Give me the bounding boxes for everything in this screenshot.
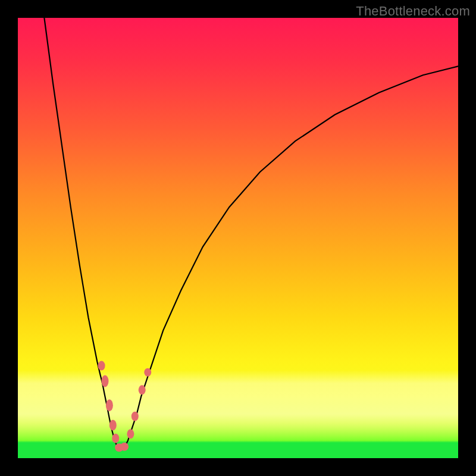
data-marker xyxy=(112,434,119,443)
data-marker xyxy=(127,429,134,439)
plot-area xyxy=(18,18,458,458)
right-branch-curve xyxy=(124,66,458,449)
curve-layer xyxy=(18,18,458,458)
data-marker xyxy=(102,375,109,387)
data-marker xyxy=(144,368,151,377)
watermark-text: TheBottleneck.com xyxy=(356,4,470,19)
data-marker xyxy=(98,361,105,371)
marker-group xyxy=(98,361,152,452)
data-marker xyxy=(139,385,146,394)
data-marker xyxy=(131,412,139,421)
data-marker xyxy=(106,399,113,411)
data-marker xyxy=(109,420,117,431)
data-marker xyxy=(120,443,129,451)
chart-frame: TheBottleneck.com xyxy=(0,0,476,476)
